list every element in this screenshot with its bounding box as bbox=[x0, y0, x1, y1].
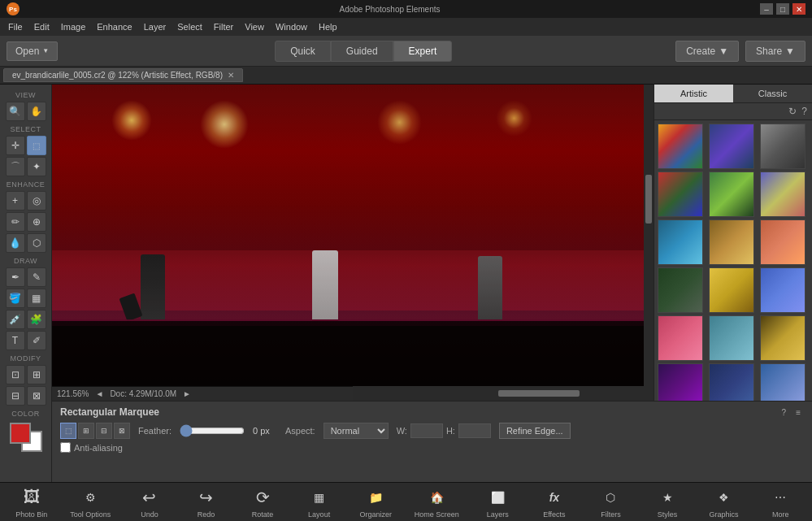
pencil-button[interactable]: ✎ bbox=[27, 267, 46, 287]
feather-slider[interactable] bbox=[180, 424, 245, 437]
layers-button[interactable]: ⬜ Layers bbox=[473, 484, 522, 520]
tab-artistic[interactable]: Artistic bbox=[654, 85, 733, 102]
organizer-button[interactable]: 📁 Organizer bbox=[351, 484, 400, 520]
minimize-button[interactable]: – bbox=[760, 3, 773, 15]
transform-button[interactable]: ⊞ bbox=[27, 365, 46, 384]
effect-thumb-4[interactable] bbox=[658, 171, 703, 217]
pen-button[interactable]: ✒ bbox=[6, 267, 25, 287]
effects-button[interactable]: fx Effects bbox=[530, 484, 579, 520]
effect-thumb-5[interactable] bbox=[709, 171, 754, 217]
eyedropper-button[interactable]: + bbox=[6, 191, 25, 211]
intersect-selection-button[interactable]: ⊠ bbox=[114, 423, 130, 439]
marquee-tool-button[interactable]: ⬚ bbox=[27, 136, 46, 155]
effect-thumb-16[interactable] bbox=[658, 363, 703, 401]
paint-bucket-button[interactable]: 🪣 bbox=[6, 289, 25, 308]
share-button[interactable]: Share ▼ bbox=[745, 41, 805, 62]
magic-wand-button[interactable]: ✦ bbox=[27, 157, 46, 176]
redeye-button[interactable]: ◎ bbox=[27, 191, 46, 211]
effect-thumb-10[interactable] bbox=[658, 267, 703, 313]
menu-view[interactable]: View bbox=[240, 20, 269, 33]
canvas-nav-left[interactable]: ◄ bbox=[95, 389, 103, 398]
color-picker-button[interactable]: 💉 bbox=[6, 310, 25, 329]
puzzle-button[interactable]: 🧩 bbox=[27, 310, 46, 329]
menu-filter[interactable]: Filter bbox=[209, 20, 238, 33]
effect-thumb-15[interactable] bbox=[760, 315, 805, 361]
aspect-select[interactable]: Normal Fixed Ratio Fixed Size bbox=[323, 423, 389, 439]
options-menu-icon[interactable]: ≡ bbox=[792, 407, 804, 418]
tab-quick[interactable]: Quick bbox=[275, 41, 331, 62]
content-aware-button[interactable]: ⊠ bbox=[27, 386, 46, 406]
tab-expert[interactable]: Expert bbox=[393, 41, 453, 62]
brush-enhance-button[interactable]: ✏ bbox=[6, 212, 25, 232]
gradient-button[interactable]: ▦ bbox=[27, 289, 46, 308]
view-section-label: VIEW bbox=[15, 91, 36, 99]
crop-button[interactable]: ⊡ bbox=[6, 365, 25, 384]
doc-tab-close-icon[interactable]: ✕ bbox=[228, 71, 234, 80]
effect-thumb-12[interactable] bbox=[760, 267, 805, 313]
undo-button[interactable]: ↩ Undo bbox=[125, 484, 174, 520]
styles-button[interactable]: ★ Styles bbox=[643, 484, 692, 520]
open-button[interactable]: Open ▼ bbox=[7, 41, 58, 61]
custom-shape-button[interactable]: ✐ bbox=[27, 331, 46, 350]
effect-thumb-1[interactable] bbox=[658, 124, 703, 169]
add-selection-button[interactable]: ⊞ bbox=[78, 423, 94, 439]
move-tool-button[interactable]: ✛ bbox=[6, 136, 25, 155]
stamp-button[interactable]: ⊕ bbox=[27, 212, 46, 232]
foreground-color-swatch[interactable] bbox=[10, 423, 31, 444]
height-input[interactable] bbox=[458, 423, 491, 438]
maximize-button[interactable]: □ bbox=[776, 3, 789, 15]
doc-tab-item[interactable]: ev_brandicarlile_0005.cr2 @ 122% (Artist… bbox=[3, 68, 243, 82]
anti-aliasing-checkbox[interactable] bbox=[60, 442, 71, 453]
effect-thumb-18[interactable] bbox=[760, 363, 805, 401]
home-screen-button[interactable]: 🏠 Home Screen bbox=[408, 484, 466, 520]
create-button[interactable]: Create ▼ bbox=[675, 41, 739, 62]
redo-button[interactable]: ↪ Redo bbox=[182, 484, 231, 520]
vertical-scrollbar[interactable] bbox=[644, 85, 654, 386]
tool-options-button[interactable]: ⚙ Tool Options bbox=[63, 484, 117, 520]
horizontal-scrollbar[interactable] bbox=[353, 386, 644, 401]
menu-file[interactable]: File bbox=[3, 20, 28, 33]
menu-image[interactable]: Image bbox=[56, 20, 91, 33]
effect-thumb-7[interactable] bbox=[658, 219, 703, 265]
close-button[interactable]: ✕ bbox=[792, 3, 805, 15]
more-button[interactable]: ⋯ More bbox=[756, 484, 805, 520]
effect-thumb-13[interactable] bbox=[658, 315, 703, 361]
menu-select[interactable]: Select bbox=[172, 20, 207, 33]
zoom-tool-button[interactable]: 🔍 bbox=[6, 102, 25, 121]
effect-thumb-9[interactable] bbox=[760, 219, 805, 265]
type-button[interactable]: T bbox=[6, 331, 25, 350]
effect-thumb-17[interactable] bbox=[709, 363, 754, 401]
refresh-icon[interactable]: ↻ bbox=[788, 106, 797, 117]
effect-thumb-2[interactable] bbox=[709, 124, 754, 169]
rotate-button[interactable]: ⟳ Rotate bbox=[238, 484, 287, 520]
menu-window[interactable]: Window bbox=[271, 20, 312, 33]
blur-button[interactable]: 💧 bbox=[6, 233, 25, 253]
menu-help[interactable]: Help bbox=[314, 20, 342, 33]
graphics-button[interactable]: ❖ Graphics bbox=[700, 484, 749, 520]
new-selection-button[interactable]: ⬚ bbox=[60, 423, 76, 439]
recompose-button[interactable]: ⊟ bbox=[6, 386, 25, 406]
menu-edit[interactable]: Edit bbox=[29, 20, 54, 33]
effect-thumb-14[interactable] bbox=[709, 315, 754, 361]
effect-thumb-6[interactable] bbox=[760, 171, 805, 217]
hand-tool-button[interactable]: ✋ bbox=[27, 102, 46, 121]
canvas-nav-right[interactable]: ► bbox=[183, 389, 191, 398]
lasso-tool-button[interactable]: ⌒ bbox=[6, 157, 25, 176]
width-input[interactable] bbox=[410, 423, 443, 438]
subtract-selection-button[interactable]: ⊟ bbox=[96, 423, 112, 439]
help-panel-icon[interactable]: ? bbox=[801, 106, 807, 117]
menu-layer[interactable]: Layer bbox=[139, 20, 172, 33]
refine-edge-button[interactable]: Refine Edge... bbox=[499, 423, 571, 439]
filters-button[interactable]: ⬡ Filters bbox=[586, 484, 635, 520]
layout-button[interactable]: ▦ Layout bbox=[295, 484, 344, 520]
canvas-container[interactable] bbox=[52, 85, 654, 386]
tab-classic[interactable]: Classic bbox=[733, 85, 812, 102]
tab-guided[interactable]: Guided bbox=[331, 41, 393, 62]
effect-thumb-8[interactable] bbox=[709, 219, 754, 265]
sponge-button[interactable]: ⬡ bbox=[27, 233, 46, 253]
menu-enhance[interactable]: Enhance bbox=[92, 20, 137, 33]
effect-thumb-11[interactable] bbox=[709, 267, 754, 313]
effect-thumb-3[interactable] bbox=[760, 124, 805, 169]
photo-bin-button[interactable]: 🖼 Photo Bin bbox=[7, 484, 56, 520]
options-help-icon[interactable]: ? bbox=[779, 407, 790, 418]
